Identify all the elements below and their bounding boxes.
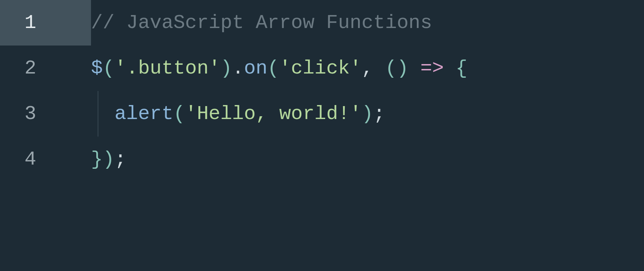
code-line[interactable]: 4 }); bbox=[0, 137, 644, 182]
paren-token: ( bbox=[267, 57, 279, 79]
line-number: 1 bbox=[24, 12, 36, 34]
line-number-gutter[interactable]: 4 bbox=[0, 137, 91, 182]
line-number: 2 bbox=[24, 57, 36, 79]
paren-token: ) bbox=[397, 57, 409, 79]
paren-token: ) bbox=[220, 57, 232, 79]
code-content[interactable]: alert('Hello, world!'); bbox=[91, 91, 644, 137]
punctuation-token: ; bbox=[373, 103, 385, 125]
code-content[interactable]: }); bbox=[91, 137, 644, 182]
paren-token: ( bbox=[385, 57, 397, 79]
whitespace-token bbox=[444, 57, 456, 79]
string-token: 'Hello, world!' bbox=[185, 103, 362, 125]
punctuation-token: ; bbox=[114, 148, 126, 171]
code-line[interactable]: 2 $('.button').on('click', () => { bbox=[0, 46, 644, 91]
arrow-token: => bbox=[420, 57, 444, 79]
string-token: '.button' bbox=[114, 57, 220, 79]
code-editor[interactable]: 1 // JavaScript Arrow Functions 2 $('.bu… bbox=[0, 0, 644, 271]
line-number: 4 bbox=[24, 148, 36, 171]
paren-token: ( bbox=[103, 57, 115, 79]
line-number-gutter[interactable]: 1 bbox=[0, 0, 91, 46]
method-token: on bbox=[244, 57, 267, 79]
identifier-token: $ bbox=[91, 57, 103, 79]
line-number: 3 bbox=[24, 103, 36, 125]
comment-token: // JavaScript Arrow Functions bbox=[91, 12, 432, 34]
punctuation-token: , bbox=[362, 57, 385, 79]
paren-token: ) bbox=[362, 103, 373, 125]
code-line[interactable]: 3 alert('Hello, world!'); bbox=[0, 91, 644, 137]
brace-token: { bbox=[456, 57, 468, 79]
punctuation-token: . bbox=[232, 57, 244, 79]
identifier-token: alert bbox=[114, 103, 173, 125]
code-line[interactable]: 1 // JavaScript Arrow Functions bbox=[0, 0, 644, 46]
code-content[interactable]: // JavaScript Arrow Functions bbox=[91, 0, 644, 46]
paren-token: ( bbox=[173, 103, 185, 125]
paren-token: ) bbox=[103, 148, 115, 171]
indent-guide bbox=[98, 91, 98, 137]
line-number-gutter[interactable]: 2 bbox=[0, 46, 91, 91]
whitespace-token bbox=[408, 57, 420, 79]
brace-token: } bbox=[91, 148, 103, 171]
code-content[interactable]: $('.button').on('click', () => { bbox=[91, 46, 644, 91]
line-number-gutter[interactable]: 3 bbox=[0, 91, 91, 137]
whitespace-token bbox=[91, 103, 114, 125]
string-token: 'click' bbox=[279, 57, 362, 79]
